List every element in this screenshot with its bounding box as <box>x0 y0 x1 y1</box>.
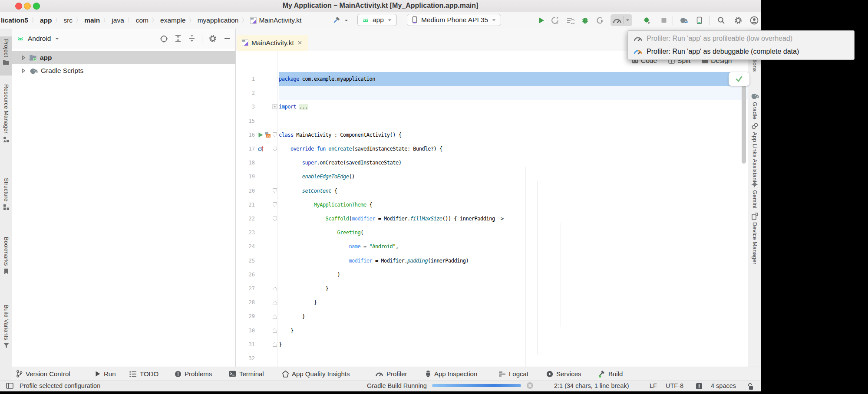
breadcrumb-item[interactable]: MainActivity.kt <box>250 16 301 24</box>
run-button[interactable] <box>536 15 546 26</box>
search-icon[interactable] <box>716 15 726 26</box>
debug-button[interactable] <box>580 15 590 26</box>
tool-window-button-profiler[interactable]: Profiler <box>375 367 407 381</box>
sidebar-item-build-variants[interactable]: Build Variants <box>0 305 12 348</box>
close-tab-icon[interactable] <box>297 40 303 46</box>
tool-window-button-build[interactable]: Build <box>597 367 623 381</box>
breadcrumb-item[interactable]: myapplication <box>198 16 239 24</box>
tab-mainactivity[interactable]: MainActivity.kt <box>237 35 308 51</box>
breadcrumb-item[interactable]: main <box>84 16 100 24</box>
expand-all-icon[interactable] <box>174 35 182 43</box>
breadcrumb-item[interactable]: lication5 <box>1 16 28 24</box>
profiler-menu-item-1[interactable]: Profiler: Run 'app' as debuggable (compl… <box>628 45 854 58</box>
fold-down-icon[interactable] <box>272 216 277 222</box>
code-line-20[interactable]: 20 setContent { <box>236 184 748 198</box>
sidebar-item-bookmarks[interactable]: Bookmarks <box>0 237 12 275</box>
build-chevron-down-icon[interactable] <box>343 15 349 26</box>
attach-debugger-icon[interactable] <box>642 15 652 26</box>
apply-code-changes-icon[interactable] <box>565 15 575 26</box>
apply-changes-restart-icon[interactable]: A <box>550 15 560 26</box>
layout-widget-icon[interactable] <box>6 383 13 389</box>
tool-window-button-services[interactable]: Services <box>546 367 581 381</box>
code-line-22[interactable]: 22 Scaffold(modifier = Modifier.fillMaxS… <box>236 212 748 226</box>
sidebar-item-gradle[interactable]: Gradle <box>749 92 761 119</box>
fold-down-icon[interactable] <box>272 132 277 138</box>
fold-down-icon[interactable] <box>272 202 277 207</box>
code-line-25[interactable]: 25 modifier = Modifier.padding(innerPadd… <box>236 254 748 268</box>
cancel-build-icon[interactable] <box>526 382 534 389</box>
chevron-down-icon[interactable] <box>54 36 60 42</box>
inspections-status-widget[interactable] <box>729 72 749 86</box>
breadcrumb-item[interactable]: com <box>136 16 149 24</box>
breadcrumb-item[interactable]: java <box>112 16 124 24</box>
profiler-menu-item-0[interactable]: Profiler: Run 'app' as profileable (low … <box>628 32 854 45</box>
code-line-28[interactable]: 28 } <box>236 296 748 309</box>
device-manager-icon[interactable] <box>694 15 704 26</box>
code-line-1[interactable]: 1 package com.example.myapplication <box>236 72 748 86</box>
code-line-27[interactable]: 27 } <box>236 282 748 296</box>
code-line-19[interactable]: 19 enableEdgeToEdge() <box>236 170 748 184</box>
sidebar-item-project[interactable]: Project <box>0 39 12 66</box>
device-select[interactable]: Medium Phone API 35 <box>407 14 501 26</box>
tool-window-button-app-inspection[interactable]: App Inspection <box>425 367 477 381</box>
override-gutter-icon[interactable] <box>257 145 264 152</box>
code-line-15[interactable]: 15 <box>236 114 748 128</box>
tool-window-button-terminal[interactable]: Terminal <box>229 367 264 381</box>
project-view-select[interactable]: Android <box>28 35 51 43</box>
encoding-widget[interactable]: UTF-8 <box>666 382 683 389</box>
code-line-23[interactable]: 23 Greeting( <box>236 226 748 240</box>
settings-icon[interactable] <box>733 15 743 26</box>
editor-scrollbar[interactable] <box>742 74 746 164</box>
tool-window-button-app-quality-insights[interactable]: App Quality Insights <box>282 367 350 381</box>
code-line-17[interactable]: 17 override fun onCreate(savedInstanceSt… <box>236 142 748 156</box>
code-line-26[interactable]: 26 ) <box>236 268 748 282</box>
fold-up-icon[interactable] <box>272 341 277 347</box>
tool-window-button-problems[interactable]: Problems <box>175 367 212 381</box>
tool-window-button-logcat[interactable]: Logcat <box>498 367 528 381</box>
code-line-2[interactable]: 2 <box>236 86 748 100</box>
code-line-32[interactable]: 32 <box>236 351 748 365</box>
tool-window-button-version-control[interactable]: Version Control <box>16 367 70 381</box>
breadcrumb-item[interactable]: src <box>63 16 73 24</box>
hide-panel-icon[interactable] <box>223 35 231 43</box>
breadcrumb-item[interactable]: app <box>40 16 52 24</box>
collapse-all-icon[interactable] <box>188 35 196 43</box>
sidebar-item-app-links-assistant[interactable]: App Links Assistant <box>749 122 761 183</box>
sidebar-item-resource-manager[interactable]: Resource Manager <box>0 84 12 143</box>
sidebar-item-gemini[interactable]: Gemini <box>749 181 761 208</box>
code-line-29[interactable]: 29 } <box>236 309 748 323</box>
profiler-chevron-down-icon[interactable] <box>625 17 630 23</box>
fold-down-icon[interactable] <box>272 146 277 152</box>
locate-file-icon[interactable] <box>160 35 168 43</box>
code-line-18[interactable]: 18 super.onCreate(savedInstanceState) <box>236 156 748 170</box>
stop-button[interactable] <box>659 15 669 26</box>
profiler-button[interactable] <box>611 14 632 26</box>
build-hammer-icon[interactable] <box>331 15 341 26</box>
panel-settings-icon[interactable] <box>208 34 217 43</box>
tree-item-gradle-scripts[interactable]: Gradle Scripts <box>12 64 235 77</box>
indent-widget[interactable]: 4 spaces <box>711 382 736 389</box>
code-line-21[interactable]: 21 MyApplicationTheme { <box>236 198 748 212</box>
code-line-3[interactable]: 3 import ... <box>236 100 748 114</box>
caret-position-widget[interactable]: 2:1 (34 chars, 1 line break) <box>554 382 629 389</box>
save-status-icon[interactable] <box>696 383 703 390</box>
account-icon[interactable] <box>749 15 759 26</box>
run-configuration-select[interactable]: app <box>357 14 397 26</box>
code-line-16[interactable]: 16 <> class MainActivity : ComponentActi… <box>236 128 748 142</box>
breadcrumb-item[interactable]: example <box>160 16 186 24</box>
code-editor[interactable]: 1 package com.example.myapplication 2 3 … <box>236 51 748 367</box>
chevron-right-icon[interactable] <box>21 68 26 73</box>
tool-window-button-todo[interactable]: TODO <box>129 367 158 381</box>
run-with-coverage-icon[interactable] <box>595 15 605 26</box>
run-gutter-icon[interactable] <box>257 132 264 138</box>
fold-up-icon[interactable] <box>272 328 277 333</box>
sidebar-item-structure[interactable]: Structure <box>0 178 12 210</box>
chevron-right-icon[interactable] <box>21 55 26 60</box>
fold-up-icon[interactable] <box>272 286 277 292</box>
line-separator-widget[interactable]: LF <box>650 382 657 389</box>
tool-window-button-run[interactable]: Run <box>95 367 116 381</box>
sidebar-item-device-manager[interactable]: Device Manager <box>749 213 761 264</box>
tree-item-app[interactable]: app <box>12 51 235 64</box>
fold-down-icon[interactable] <box>272 188 277 194</box>
gradle-sync-icon[interactable] <box>678 15 689 26</box>
